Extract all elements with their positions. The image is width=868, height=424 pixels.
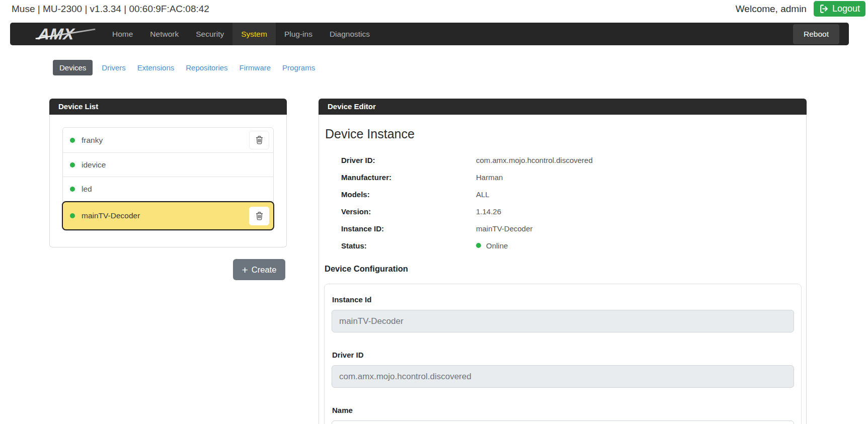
field-label-instance-id: Instance ID: bbox=[341, 224, 476, 233]
field-label-status: Status: bbox=[341, 241, 476, 250]
subtab-repositories[interactable]: Repositories bbox=[183, 63, 230, 72]
instance-id-label: Instance Id bbox=[332, 295, 794, 304]
field-label-manufacturer: Manufacturer: bbox=[341, 173, 476, 182]
online-status-dot bbox=[70, 162, 75, 167]
subtab-programs[interactable]: Programs bbox=[280, 63, 318, 72]
nav-tabs: Home Network Security System Plug-ins Di… bbox=[104, 23, 378, 45]
device-editor-header: Device Editor bbox=[319, 99, 807, 115]
create-label: Create bbox=[252, 265, 277, 275]
logout-button[interactable]: Logout bbox=[814, 1, 865, 17]
list-item-idevice[interactable]: idevice bbox=[63, 153, 273, 177]
nav-tab-home[interactable]: Home bbox=[104, 23, 141, 45]
logout-label: Logout bbox=[832, 4, 860, 14]
online-status-dot bbox=[70, 138, 75, 143]
nav-tab-plugins[interactable]: Plug-ins bbox=[276, 23, 321, 45]
device-name: idevice bbox=[82, 160, 269, 169]
main-navbar: AMX Home Network Security System Plug-in… bbox=[10, 23, 849, 45]
online-status-dot bbox=[70, 187, 75, 192]
plus-icon: + bbox=[242, 265, 248, 275]
subtab-firmware[interactable]: Firmware bbox=[237, 63, 274, 72]
field-value-version: 1.14.26 bbox=[476, 207, 801, 216]
device-name: led bbox=[82, 185, 269, 194]
name-label: Name bbox=[332, 406, 794, 414]
instance-id-input bbox=[332, 310, 794, 332]
nav-tab-system[interactable]: System bbox=[232, 23, 276, 45]
create-device-button[interactable]: + Create bbox=[233, 259, 285, 280]
driver-id-label: Driver ID bbox=[332, 351, 794, 359]
delete-device-button[interactable] bbox=[249, 131, 269, 149]
device-info-text: Muse | MU-2300 | v1.3.34 | 00:60:9F:AC:0… bbox=[12, 4, 209, 15]
nav-tab-security[interactable]: Security bbox=[187, 23, 232, 45]
device-editor-panel: Device Editor Device Instance Driver ID:… bbox=[319, 99, 807, 424]
device-configuration-box: Instance Id Driver ID Name bbox=[324, 284, 802, 424]
name-input[interactable] bbox=[332, 420, 794, 424]
device-name: mainTV-Decoder bbox=[82, 211, 249, 220]
device-editor-body: Device Instance Driver ID: com.amx.mojo.… bbox=[319, 115, 807, 424]
trash-icon bbox=[256, 136, 263, 144]
field-value-instance-id: mainTV-Decoder bbox=[476, 224, 801, 233]
online-status-dot bbox=[70, 213, 75, 218]
field-label-version: Version: bbox=[341, 207, 476, 216]
subtab-drivers[interactable]: Drivers bbox=[99, 63, 128, 72]
device-configuration-heading: Device Configuration bbox=[325, 264, 801, 274]
reboot-button[interactable]: Reboot bbox=[793, 24, 839, 44]
trash-icon bbox=[256, 212, 263, 220]
field-value-driver-id: com.amx.mojo.hcontrol.discovered bbox=[476, 156, 801, 164]
welcome-text: Welcome, admin bbox=[736, 4, 807, 15]
field-value-manufacturer: Harman bbox=[476, 173, 801, 182]
list-item-maintv-decoder-selected[interactable]: mainTV-Decoder bbox=[62, 201, 274, 230]
top-bar: Muse | MU-2300 | v1.3.34 | 00:60:9F:AC:0… bbox=[0, 0, 868, 19]
device-list-group: franky idevice led bbox=[62, 127, 274, 231]
field-value-models: ALL bbox=[476, 190, 801, 199]
device-name: franky bbox=[82, 136, 249, 145]
delete-device-button[interactable] bbox=[249, 207, 269, 225]
logout-icon bbox=[819, 4, 829, 14]
list-item-led[interactable]: led bbox=[63, 177, 273, 201]
device-list-panel: Device List franky idevi bbox=[49, 99, 287, 247]
amx-logo: AMX bbox=[38, 26, 93, 43]
device-instance-heading: Device Instance bbox=[325, 127, 801, 141]
subtab-extensions[interactable]: Extensions bbox=[135, 63, 177, 72]
field-value-status: Online bbox=[476, 241, 801, 250]
subtab-devices[interactable]: Devices bbox=[53, 60, 93, 75]
nav-tab-diagnostics[interactable]: Diagnostics bbox=[321, 23, 378, 45]
device-list-body: franky idevice led bbox=[49, 115, 287, 247]
device-instance-fields: Driver ID: com.amx.mojo.hcontrol.discove… bbox=[341, 151, 801, 254]
online-status-dot bbox=[476, 243, 481, 248]
status-online-text: Online bbox=[486, 241, 508, 250]
system-subtabs: Devices Drivers Extensions Repositories … bbox=[53, 60, 318, 75]
field-label-models: Models: bbox=[341, 190, 476, 199]
device-list-header: Device List bbox=[49, 99, 287, 115]
nav-tab-network[interactable]: Network bbox=[141, 23, 187, 45]
list-item-franky[interactable]: franky bbox=[63, 128, 273, 153]
field-label-driver-id: Driver ID: bbox=[341, 156, 476, 164]
driver-id-input bbox=[332, 365, 794, 388]
